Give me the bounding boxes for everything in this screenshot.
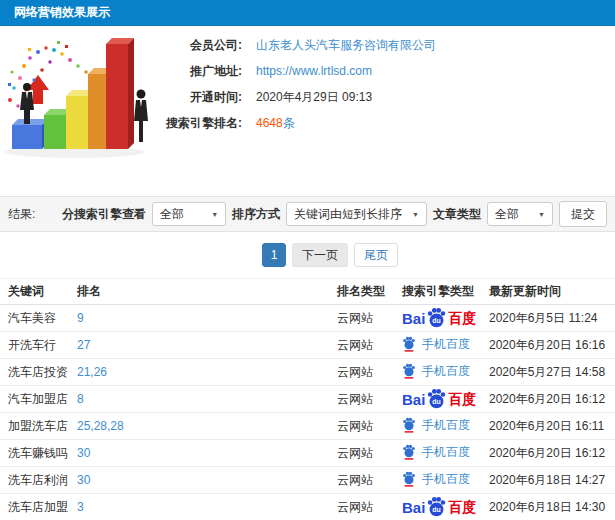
baidu-logo: Bai du 百度: [402, 389, 476, 410]
header-keyword: 关键词: [0, 279, 77, 305]
member-company-label: 会员公司:: [148, 37, 242, 54]
table-row: 汽车美容 9 云网站 Bai du 百度 2020年6月5日 11:24: [0, 305, 615, 332]
engine-cell: 手机百度: [402, 440, 489, 467]
keyword-cell: 汽车加盟店: [0, 386, 77, 413]
mobile-baidu-paw-icon: [402, 336, 416, 352]
rank-cell: 8: [77, 386, 337, 413]
sort-filter-label: 排序方式: [232, 206, 280, 223]
svg-text:du: du: [433, 505, 441, 512]
engine-select[interactable]: 全部 ▼: [152, 202, 226, 226]
article-type-select[interactable]: 全部 ▼: [487, 202, 553, 226]
rank-link[interactable]: 27: [77, 338, 90, 352]
keyword-cell: 洗车赚钱吗: [0, 440, 77, 467]
rank-link[interactable]: 8: [77, 392, 84, 406]
article-type-select-value: 全部: [495, 206, 519, 223]
baidu-wordmark-cn: 百度: [448, 311, 476, 325]
engine-filter-label: 分搜索引擎查看: [62, 206, 146, 223]
engine-cell: 手机百度: [402, 413, 489, 440]
promo-url-link[interactable]: https://www.lrtlsd.com: [256, 64, 372, 78]
caret-down-icon: ▼: [412, 211, 419, 218]
mobile-baidu-label: 手机百度: [422, 419, 470, 431]
promo-url-row: 推广地址: https://www.lrtlsd.com: [148, 58, 436, 84]
keyword-cell: 汽车美容: [0, 305, 77, 332]
header-rank-type: 排名类型: [337, 279, 402, 305]
keyword-cell: 洗车店利润: [0, 467, 77, 494]
mobile-baidu-paw-icon: [402, 363, 416, 379]
rank-type-cell: 云网站: [337, 386, 402, 413]
table-row: 加盟洗车店 25,28,28 云网站 手机百度 2020年6月20日 16:11: [0, 413, 615, 440]
last-page-button[interactable]: 尾页: [354, 243, 398, 267]
rank-type-cell: 云网站: [337, 467, 402, 494]
rank-cell: 25,28,28: [77, 413, 337, 440]
rank-cell: 9: [77, 305, 337, 332]
rank-type-cell: 云网站: [337, 332, 402, 359]
pagination: 1 下一页 尾页: [0, 232, 615, 278]
submit-button[interactable]: 提交: [559, 201, 607, 227]
engine-cell: Bai du 百度: [402, 386, 489, 413]
baidu-paw-icon: du: [426, 388, 447, 409]
update-time-cell: 2020年6月20日 16:12: [489, 386, 615, 413]
bar-chart-illustration: [0, 28, 160, 192]
open-time-value: 2020年4月29日 09:13: [256, 89, 372, 106]
engine-cell: Bai du 百度: [402, 494, 489, 520]
open-time-row: 开通时间: 2020年4月29日 09:13: [148, 84, 436, 110]
rank-link[interactable]: 21,26: [77, 365, 107, 379]
promo-url-label: 推广地址:: [148, 63, 242, 80]
baidu-logo: Bai du 百度: [402, 308, 476, 329]
table-row: 洗车店利润 30 云网站 手机百度 2020年6月18日 14:27: [0, 467, 615, 494]
mobile-baidu-paw-icon: [402, 444, 416, 460]
page-1-button[interactable]: 1: [262, 243, 286, 267]
member-company-row: 会员公司: 山东老人头汽车服务咨询有限公司: [148, 32, 436, 58]
mobile-baidu-logo: 手机百度: [402, 363, 470, 379]
keyword-ranking-table: 关键词 排名 排名类型 搜索引擎类型 最新更新时间 汽车美容 9 云网站 Bai…: [0, 278, 615, 520]
rank-unit: 条: [283, 116, 295, 130]
keyword-cell: 洗车店投资: [0, 359, 77, 386]
keyword-cell: 开洗车行: [0, 332, 77, 359]
table-row: 洗车赚钱吗 30 云网站 手机百度 2020年6月20日 16:12: [0, 440, 615, 467]
rank-link[interactable]: 9: [77, 311, 84, 325]
open-time-label: 开通时间:: [148, 89, 242, 106]
engine-rank-value: 4648条: [256, 115, 295, 132]
rank-link[interactable]: 25,28,28: [77, 419, 124, 433]
rank-type-cell: 云网站: [337, 440, 402, 467]
mobile-baidu-label: 手机百度: [422, 446, 470, 458]
page-title: 网络营销效果展示: [14, 5, 110, 19]
rank-cell: 21,26: [77, 359, 337, 386]
baidu-logo: Bai du 百度: [402, 497, 476, 518]
member-company-link[interactable]: 山东老人头汽车服务咨询有限公司: [256, 37, 436, 54]
summary-section: 会员公司: 山东老人头汽车服务咨询有限公司 推广地址: https://www.…: [0, 26, 615, 196]
rank-type-cell: 云网站: [337, 413, 402, 440]
table-body: 汽车美容 9 云网站 Bai du 百度 2020年6月5日 11:24 开洗车…: [0, 305, 615, 520]
rank-type-cell: 云网站: [337, 359, 402, 386]
rank-count: 4648: [256, 116, 283, 130]
window-title-bar: 网络营销效果展示: [0, 0, 615, 26]
next-page-button[interactable]: 下一页: [292, 243, 348, 267]
rank-link[interactable]: 3: [77, 500, 84, 514]
company-info-fields: 会员公司: 山东老人头汽车服务咨询有限公司 推广地址: https://www.…: [148, 32, 436, 136]
rank-cell: 27: [77, 332, 337, 359]
svg-text:du: du: [433, 316, 441, 323]
rank-type-cell: 云网站: [337, 305, 402, 332]
update-time-cell: 2020年6月5日 11:24: [489, 305, 615, 332]
table-row: 汽车加盟店 8 云网站 Bai du 百度 2020年6月20日 16:12: [0, 386, 615, 413]
header-update-time: 最新更新时间: [489, 279, 615, 305]
engine-rank-label: 搜索引擎排名:: [148, 115, 242, 132]
article-type-label: 文章类型: [433, 206, 481, 223]
mobile-baidu-logo: 手机百度: [402, 444, 470, 460]
baidu-wordmark-bai: Bai: [402, 500, 425, 515]
baidu-paw-icon: du: [426, 307, 447, 328]
header-engine-type: 搜索引擎类型: [402, 279, 489, 305]
baidu-wordmark-cn: 百度: [448, 500, 476, 514]
table-row: 洗车店加盟 3 云网站 Bai du 百度 2020年6月18日 14:30: [0, 494, 615, 520]
baidu-wordmark-bai: Bai: [402, 392, 425, 407]
update-time-cell: 2020年5月27日 14:58: [489, 359, 615, 386]
sort-select[interactable]: 关键词由短到长排序 ▼: [286, 202, 427, 226]
caret-down-icon: ▼: [211, 211, 218, 218]
rank-link[interactable]: 30: [77, 473, 90, 487]
rank-link[interactable]: 30: [77, 446, 90, 460]
rank-cell: 30: [77, 440, 337, 467]
caret-down-icon: ▼: [538, 211, 545, 218]
update-time-cell: 2020年6月20日 16:12: [489, 440, 615, 467]
update-time-cell: 2020年6月20日 16:16: [489, 332, 615, 359]
baidu-wordmark-bai: Bai: [402, 311, 425, 326]
